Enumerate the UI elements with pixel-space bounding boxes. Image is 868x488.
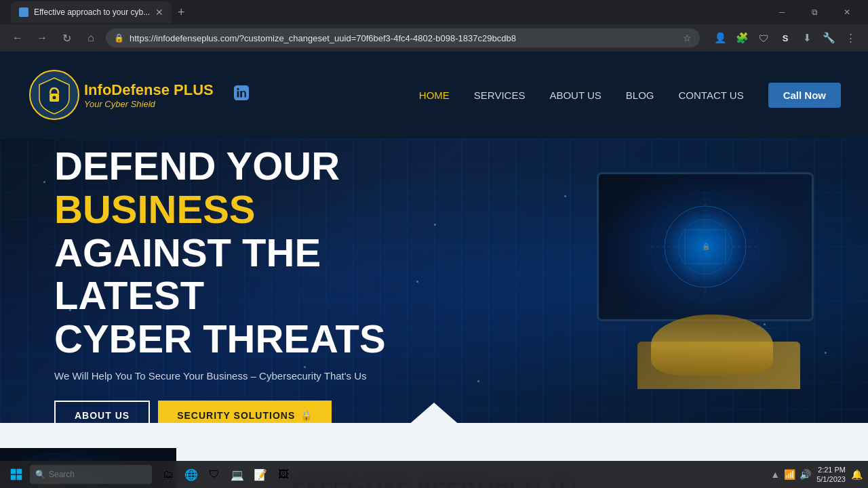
svg-point-2	[53, 96, 56, 100]
clock-date: 5/1/2023	[816, 474, 846, 484]
taskbar-right: ▲ 📶 🔊 2:21 PM 5/1/2023 🔔	[770, 465, 863, 485]
logo-brand: InfoDefense PLUS	[84, 81, 214, 99]
reload-button[interactable]: ↻	[57, 28, 76, 47]
hero-title-business: BUSINESS	[54, 187, 256, 231]
browser-titlebar: Effective approach to your cyb... ✕ + ─ …	[0, 0, 868, 24]
s-button[interactable]: S	[776, 28, 795, 47]
logo-prefix: Info	[84, 81, 111, 98]
tray-up-arrow[interactable]: ▲	[770, 469, 780, 480]
system-tray: ▲ 📶 🔊	[770, 469, 811, 480]
shield-button[interactable]: 🛡	[754, 28, 773, 47]
person-hands	[651, 314, 773, 375]
forward-button[interactable]: →	[33, 28, 52, 47]
start-button[interactable]	[5, 464, 27, 485]
window-controls: ─ ⧉ ✕	[766, 1, 863, 23]
laptop-visual: 🔒	[542, 159, 827, 389]
url-text: https://infodefenseplus.com/?customize_c…	[130, 33, 677, 43]
taskbar-search-wrapper: 🔍	[30, 465, 152, 484]
about-us-button[interactable]: ABOUT US	[54, 401, 150, 423]
bookmark-icon[interactable]: ☆	[683, 33, 692, 43]
site-header: InfoDefense PLUS Your Cyber Shield HOME …	[0, 52, 868, 138]
profile-button[interactable]: 👤	[711, 28, 730, 47]
taskbar: 🔍 🗂 🌐 🛡 💻 📝 🖼 ▲ 📶 🔊 2:21 PM 5/1/2023 🔔	[0, 461, 868, 488]
logo-tagline: Your Cyber Shield	[84, 99, 214, 109]
active-tab[interactable]: Effective approach to your cyb... ✕	[11, 1, 172, 23]
logo-area: InfoDefense PLUS Your Cyber Shield	[27, 68, 214, 122]
taskbar-icon-browser[interactable]: 🌐	[180, 464, 202, 485]
svg-text:🔒: 🔒	[702, 242, 711, 251]
nav-home[interactable]: HOME	[419, 89, 450, 101]
taskbar-icon-terminal[interactable]: 💻	[226, 464, 248, 485]
search-icon: 🔍	[35, 470, 45, 479]
hero-content: DEFEND YOUR BUSINESS AGAINST THE LATEST …	[0, 138, 461, 423]
main-navigation: HOME SERVICES ABOUT US BLOG CONTACT US C…	[419, 83, 841, 108]
back-button[interactable]: ←	[8, 28, 27, 47]
laptop-screen-inner: 🔒	[599, 174, 812, 319]
ssl-lock-icon: 🔒	[114, 33, 124, 43]
download-button[interactable]: ⬇	[797, 28, 816, 47]
close-button[interactable]: ✕	[831, 1, 863, 23]
address-bar[interactable]: 🔒 https://infodefenseplus.com/?customize…	[106, 28, 700, 47]
svg-rect-24	[11, 475, 16, 481]
hero-dot-9	[477, 380, 479, 382]
new-tab-button[interactable]: +	[172, 3, 191, 22]
home-button[interactable]: ⌂	[81, 28, 100, 47]
maximize-button[interactable]: ⧉	[799, 1, 830, 23]
hero-title-threats: CYBER THREATS	[54, 317, 386, 361]
taskbar-app-icons: 🗂 🌐 🛡 💻 📝 🖼	[157, 464, 294, 485]
svg-rect-23	[17, 469, 22, 474]
notification-icon[interactable]: 🔔	[851, 469, 863, 480]
tab-bar: Effective approach to your cyb... ✕ +	[5, 0, 191, 24]
logo-suffix: Defense PLUS	[111, 81, 213, 98]
taskbar-icon-photos[interactable]: 🖼	[273, 464, 294, 485]
hero-section: 🔒 DEFEND YOUR BUSINESS AGAINST THE LATES…	[0, 138, 868, 423]
nav-services[interactable]: SERVICES	[474, 89, 526, 101]
clock-time: 2:21 PM	[818, 465, 846, 474]
hero-title-defend: DEFEND YOUR	[54, 144, 340, 188]
tab-close-button[interactable]: ✕	[155, 7, 163, 18]
security-solutions-button[interactable]: SECURITY SOLUTIONS 🔒	[158, 401, 332, 423]
taskbar-icon-notepad[interactable]: 📝	[250, 464, 271, 485]
svg-rect-25	[17, 475, 22, 481]
laptop-screen: 🔒	[597, 172, 814, 321]
browser-controls: ← → ↻ ⌂ 🔒 https://infodefenseplus.com/?c…	[0, 24, 868, 52]
tab-favicon	[19, 7, 28, 17]
browser-action-buttons: 👤 🧩 🛡 S ⬇ 🔧 ⋮	[711, 28, 860, 47]
tab-title: Effective approach to your cyb...	[34, 7, 150, 17]
website-content: InfoDefense PLUS Your Cyber Shield HOME …	[0, 52, 868, 488]
logo-text: InfoDefense PLUS Your Cyber Shield	[84, 81, 214, 109]
svg-rect-22	[11, 469, 16, 474]
call-now-button[interactable]: Call Now	[768, 83, 841, 108]
minimize-button[interactable]: ─	[766, 1, 797, 23]
nav-contact[interactable]: CONTACT US	[679, 89, 744, 101]
tray-network[interactable]: 📶	[784, 469, 795, 480]
system-clock[interactable]: 2:21 PM 5/1/2023	[816, 465, 846, 485]
menu-button[interactable]: ⋮	[841, 28, 860, 47]
taskbar-icon-file-explorer[interactable]: 🗂	[157, 464, 179, 485]
lock-icon: 🔒	[300, 410, 313, 421]
hero-buttons: ABOUT US SECURITY SOLUTIONS 🔒	[54, 401, 461, 423]
browser-window: Effective approach to your cyb... ✕ + ─ …	[0, 0, 868, 52]
hero-subtitle: We Will Help You To Secure Your Business…	[54, 370, 461, 382]
security-btn-label: SECURITY SOLUTIONS	[177, 410, 295, 421]
nav-about[interactable]: ABOUT US	[549, 89, 601, 101]
linkedin-icon[interactable]	[234, 85, 249, 104]
taskbar-icon-shield[interactable]: 🛡	[203, 464, 225, 485]
taskbar-search-input[interactable]	[30, 465, 152, 484]
nav-blog[interactable]: BLOG	[626, 89, 654, 101]
extensions-button[interactable]: 🧩	[732, 28, 751, 47]
hero-title-against: AGAINST THE LATEST	[54, 230, 321, 318]
extension2-button[interactable]: 🔧	[819, 28, 838, 47]
hero-title: DEFEND YOUR BUSINESS AGAINST THE LATEST …	[54, 144, 461, 361]
logo-shield	[27, 68, 81, 122]
hero-image: 🔒	[542, 159, 827, 389]
section-divider	[0, 423, 868, 450]
tray-sound[interactable]: 🔊	[800, 469, 811, 480]
